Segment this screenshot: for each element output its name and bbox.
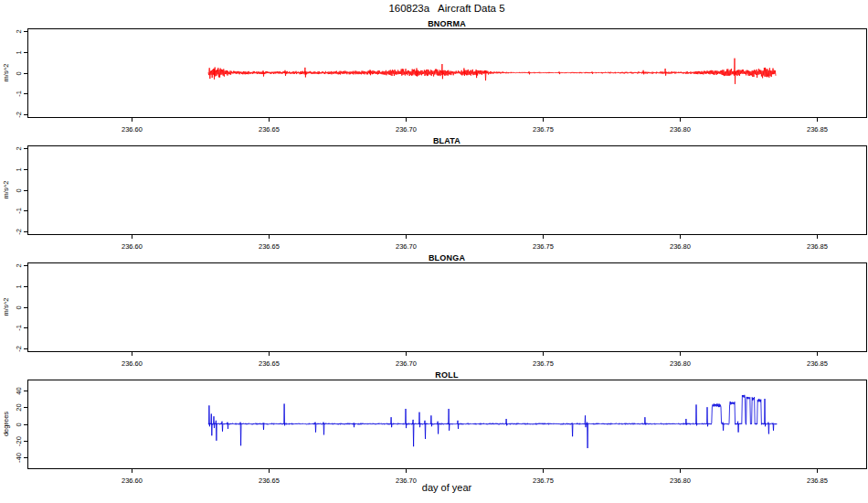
svg-text:-1: -1 (15, 91, 23, 97)
svg-text:20: 20 (15, 403, 23, 411)
svg-text:236.65: 236.65 (259, 125, 280, 134)
svg-text:236.80: 236.80 (670, 359, 691, 368)
svg-text:236.80: 236.80 (670, 242, 691, 251)
svg-text:0: 0 (15, 188, 23, 192)
aircraft-data-plot-page: 160823a Aircraft Data 5 BNORMA BLATA BLO… (0, 0, 868, 503)
svg-text:-2: -2 (15, 112, 23, 118)
panel-blata-plot: 236.60236.65236.70236.75236.80236.85-2-1… (0, 134, 868, 252)
x-axis-label: day of year (27, 482, 866, 493)
svg-text:-1: -1 (15, 325, 23, 331)
svg-text:236.60: 236.60 (122, 359, 143, 368)
svg-text:2: 2 (15, 29, 23, 33)
svg-text:236.60: 236.60 (122, 242, 143, 251)
svg-text:236.75: 236.75 (533, 359, 554, 368)
svg-text:0: 0 (15, 71, 23, 75)
svg-text:m/s^2: m/s^2 (2, 64, 10, 82)
svg-text:0: 0 (15, 423, 23, 426)
svg-text:236.75: 236.75 (533, 125, 554, 134)
svg-text:m/s^2: m/s^2 (2, 298, 10, 316)
svg-text:-40: -40 (15, 453, 23, 463)
svg-text:0: 0 (15, 305, 23, 309)
svg-text:236.65: 236.65 (259, 242, 280, 251)
svg-text:236.85: 236.85 (807, 242, 828, 251)
svg-text:236.75: 236.75 (533, 242, 554, 251)
svg-text:236.70: 236.70 (396, 359, 417, 368)
svg-text:degrees: degrees (2, 412, 10, 436)
svg-text:236.70: 236.70 (396, 125, 417, 134)
svg-text:1: 1 (15, 284, 23, 288)
svg-text:236.85: 236.85 (807, 359, 828, 368)
svg-text:-2: -2 (15, 229, 23, 235)
svg-text:236.70: 236.70 (396, 242, 417, 251)
svg-text:40: 40 (15, 387, 23, 394)
panel-blonga-plot: 236.60236.65236.70236.75236.80236.85-2-1… (0, 251, 868, 369)
main-title: 160823a Aircraft Data 5 (27, 3, 866, 14)
svg-text:236.85: 236.85 (807, 125, 828, 134)
svg-text:2: 2 (15, 146, 23, 150)
svg-text:1: 1 (15, 50, 23, 54)
svg-text:236.65: 236.65 (259, 359, 280, 368)
svg-text:-2: -2 (15, 346, 23, 352)
svg-text:-20: -20 (15, 436, 23, 446)
svg-text:236.60: 236.60 (122, 125, 143, 134)
svg-text:2: 2 (15, 263, 23, 267)
svg-text:m/s^2: m/s^2 (2, 181, 10, 199)
svg-text:-1: -1 (15, 208, 23, 214)
panel-bnorma-plot: 236.60236.65236.70236.75236.80236.85-2-1… (0, 16, 868, 135)
svg-text:236.80: 236.80 (670, 125, 691, 134)
svg-text:1: 1 (15, 167, 23, 171)
